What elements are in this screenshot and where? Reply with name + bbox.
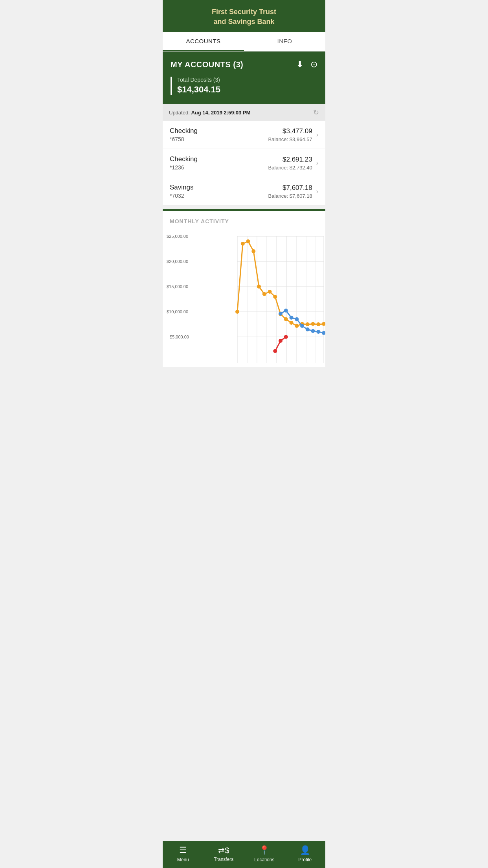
svg-text:$15,000.00: $15,000.00: [167, 284, 188, 289]
svg-point-31: [295, 324, 299, 328]
account-main-amount: $3,477.09: [268, 127, 312, 135]
updated-bar: Updated: Aug 14, 2019 2:59:03 PM ↻: [163, 104, 325, 121]
svg-text:$5,000.00: $5,000.00: [170, 335, 189, 339]
accounts-banner-title: MY ACCOUNTS (3): [171, 60, 243, 69]
monthly-activity-title: MONTHLY ACTIVITY: [163, 211, 325, 229]
svg-point-46: [273, 349, 277, 353]
svg-point-35: [316, 322, 320, 326]
svg-text:$20,000.00: $20,000.00: [167, 259, 188, 264]
monthly-activity-chart: $25,000.00 $20,000.00 $15,000.00 $10,000…: [163, 229, 325, 367]
svg-point-22: [246, 239, 250, 243]
account-balance: Balance: $7,607.18: [268, 193, 312, 199]
svg-point-45: [322, 331, 325, 335]
accounts-summary: Total Deposits (3) $14,304.15: [171, 77, 317, 95]
svg-point-34: [311, 322, 315, 326]
svg-point-40: [295, 317, 299, 321]
accounts-banner: MY ACCOUNTS (3) ⬇ ⊙ Total Deposits (3) $…: [163, 51, 325, 104]
svg-point-37: [279, 312, 283, 316]
account-main-amount: $2,691.23: [268, 156, 312, 164]
svg-point-30: [290, 321, 294, 325]
account-name: Savings: [170, 184, 193, 191]
updated-text: Updated: Aug 14, 2019 2:59:03 PM: [169, 110, 250, 116]
svg-point-36: [322, 322, 325, 326]
svg-point-20: [235, 310, 239, 314]
svg-point-25: [262, 292, 266, 296]
chevron-right-icon: ›: [316, 160, 318, 167]
svg-text:$25,000.00: $25,000.00: [167, 234, 188, 239]
svg-point-26: [268, 290, 272, 294]
table-row[interactable]: Checking *6758 $3,477.09 Balance: $3,964…: [163, 121, 325, 149]
account-name: Checking: [170, 155, 198, 163]
svg-point-42: [306, 327, 310, 331]
app-title: First Security Trust and Savings Bank: [169, 7, 319, 27]
svg-text:$10,000.00: $10,000.00: [167, 309, 188, 314]
svg-point-41: [300, 324, 304, 328]
svg-point-43: [311, 329, 315, 333]
svg-point-33: [306, 322, 310, 326]
account-balance: Balance: $3,964.57: [268, 136, 312, 142]
tab-accounts[interactable]: ACCOUNTS: [163, 32, 244, 51]
app-header: First Security Trust and Savings Bank: [163, 0, 325, 32]
download-icon[interactable]: ⬇: [296, 59, 303, 70]
search-icon[interactable]: ⊙: [310, 59, 317, 70]
svg-point-21: [241, 242, 245, 246]
accounts-list: Checking *6758 $3,477.09 Balance: $3,964…: [163, 121, 325, 206]
svg-point-29: [284, 317, 288, 321]
account-name: Checking: [170, 127, 198, 135]
svg-point-39: [290, 316, 294, 320]
summary-label: Total Deposits (3): [177, 77, 317, 83]
svg-point-23: [251, 249, 255, 253]
table-row[interactable]: Checking *1236 $2,691.23 Balance: $2,732…: [163, 149, 325, 177]
tab-info[interactable]: INFO: [244, 32, 325, 51]
account-main-amount: $7,607.18: [268, 184, 312, 192]
tab-bar: ACCOUNTS INFO: [163, 32, 325, 51]
refresh-icon[interactable]: ↻: [313, 108, 319, 117]
account-number: *6758: [170, 136, 198, 142]
svg-point-47: [279, 339, 283, 343]
svg-point-24: [257, 285, 261, 289]
chevron-right-icon: ›: [316, 131, 318, 138]
account-balance: Balance: $2,732.40: [268, 165, 312, 171]
monthly-activity-section: MONTHLY ACTIVITY $25,000.00 $20,000.00 $…: [163, 209, 325, 367]
account-number: *7032: [170, 193, 193, 199]
svg-point-38: [284, 309, 288, 313]
svg-point-44: [316, 330, 320, 334]
table-row[interactable]: Savings *7032 $7,607.18 Balance: $7,607.…: [163, 177, 325, 206]
chevron-right-icon: ›: [316, 188, 318, 195]
svg-point-27: [273, 295, 277, 299]
summary-amount: $14,304.15: [177, 85, 317, 95]
svg-point-48: [284, 335, 288, 339]
account-number: *1236: [170, 164, 198, 171]
